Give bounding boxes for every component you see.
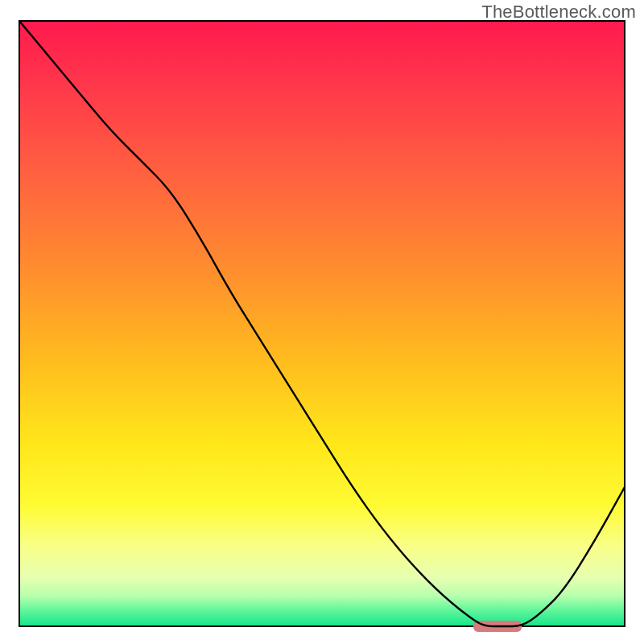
watermark-text: TheBottleneck.com (481, 2, 636, 23)
bottleneck-chart (0, 0, 644, 644)
gradient-panel (19, 21, 625, 626)
chart-container: { "watermark": "TheBottleneck.com", "cha… (0, 0, 644, 644)
